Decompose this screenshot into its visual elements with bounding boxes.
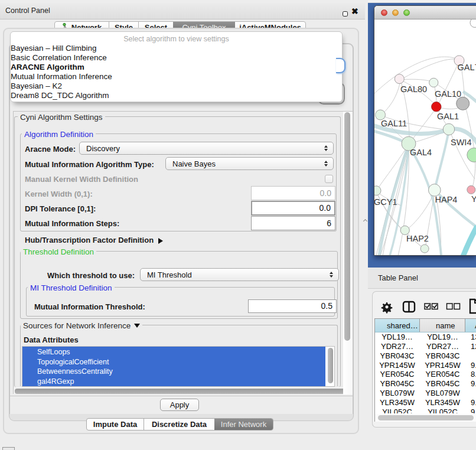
svg-text:SWI4: SWI4 xyxy=(451,138,471,147)
svg-text:GAL7: GAL7 xyxy=(458,63,476,72)
svg-text:GCY1: GCY1 xyxy=(374,197,397,207)
svg-text:GAL11: GAL11 xyxy=(381,119,407,128)
svg-text:GAL80: GAL80 xyxy=(400,84,427,94)
svg-text:GAL4: GAL4 xyxy=(410,148,432,157)
svg-text:Y: Y xyxy=(471,194,476,204)
svg-text:GAL10: GAL10 xyxy=(435,89,461,99)
svg-text:GAL1: GAL1 xyxy=(437,112,459,121)
svg-text:HAP2: HAP2 xyxy=(406,234,429,243)
svg-text:HAP4: HAP4 xyxy=(435,195,458,204)
